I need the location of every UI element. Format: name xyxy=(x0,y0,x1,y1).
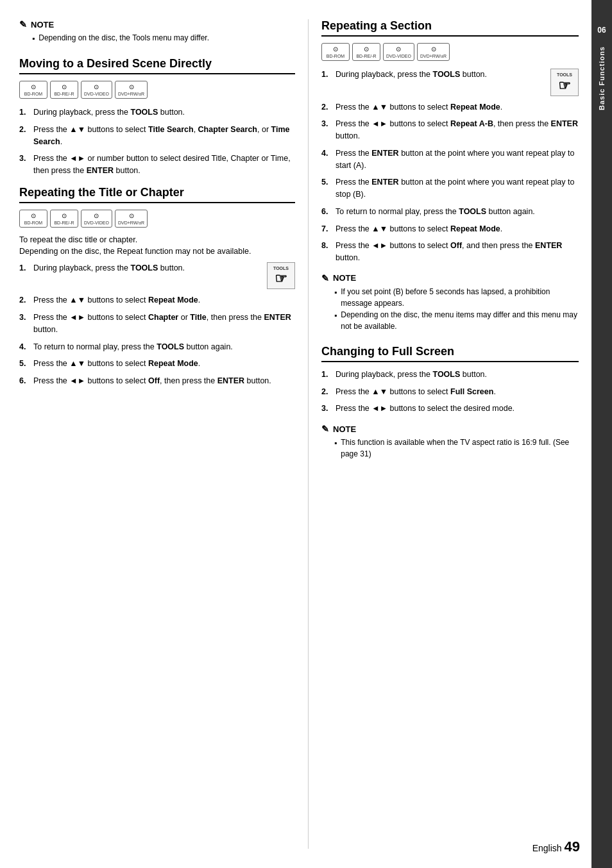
note-item-4-1: ▪ This function is available when the TV… xyxy=(334,437,579,460)
page-footer: English 49 xyxy=(532,839,580,855)
badge-bd-re-2: ⊙ BD-RE/-R xyxy=(50,210,78,228)
note-text-4-1: This function is available when the TV a… xyxy=(341,437,579,460)
section-moving-title: Moving to a Desired Scene Directly xyxy=(19,57,295,74)
badge-dvdrw-2: ⊙ DVD+RW/±R xyxy=(115,210,148,228)
note-icon-4: ✎ xyxy=(321,424,329,434)
badge-dvdrw-3: ⊙ DVD+RW/±R xyxy=(417,43,450,61)
badge-dvd-video-1: ⊙ DVD-VIDEO xyxy=(81,81,112,99)
step-fs-3: 3. Press the ◄► buttons to select the de… xyxy=(321,403,579,415)
step-rs-4: 4. Press the ENTER button at the point w… xyxy=(321,147,579,172)
section-repeating-section-title: Repeating a Section xyxy=(321,19,579,37)
step-repeating-2: 2. Press the ▲▼ buttons to select Repeat… xyxy=(19,294,295,306)
step-moving-1: 1. During playback, press the TOOLS butt… xyxy=(19,106,295,119)
section-repeating-title: Repeating the Title or Chapter ⊙ BD-ROM … xyxy=(19,186,295,387)
badge-bd-re-1: ⊙ BD-RE/-R xyxy=(50,81,78,99)
note-icon-3: ✎ xyxy=(321,273,329,283)
note-section-3: ✎ NOTE ▪ If you set point (B) before 5 s… xyxy=(321,273,579,332)
disc-badges-section2: ⊙ BD-ROM ⊙ BD-RE/-R ⊙ DVD-VIDEO ⊙ DVD+RW… xyxy=(19,210,295,228)
tools-button-img-2: TOOLS ☞ xyxy=(267,262,295,290)
section-full-screen-title: Changing to Full Screen xyxy=(321,345,579,362)
step-moving-2: 2. Press the ▲▼ buttons to select Title … xyxy=(19,124,295,148)
note-label-4: NOTE xyxy=(333,424,356,434)
bullet-3-1: ▪ xyxy=(334,287,337,298)
step-repeating-4: 4. To return to normal play, press the T… xyxy=(19,341,295,353)
note-item-1: ▪ Depending on the disc, the Tools menu … xyxy=(32,32,295,44)
page-language: English xyxy=(532,843,562,853)
bullet-3-2: ▪ xyxy=(334,310,337,321)
step-rs-5: 5. Press the ENTER button at the point w… xyxy=(321,176,579,201)
left-column: ✎ NOTE ▪ Depending on the disc, the Tool… xyxy=(19,19,295,849)
tools-button-img-3: TOOLS ☞ xyxy=(550,69,579,96)
section-repeating-title-heading: Repeating the Title or Chapter xyxy=(19,186,295,203)
step-repeating-1: 1. During playback, press the TOOLS butt… xyxy=(19,262,295,290)
note-item-3-2: ▪ Depending on the disc, the menu items … xyxy=(334,309,579,332)
step-repeating-6: 6. Press the ◄► buttons to select Off, t… xyxy=(19,375,295,387)
step-fs-2: 2. Press the ▲▼ buttons to select Full S… xyxy=(321,386,579,398)
step-repeating-3: 3. Press the ◄► buttons to select Chapte… xyxy=(19,312,295,336)
sidebar-chapter-tab: 06 Basic Functions xyxy=(591,0,612,868)
step-rs-1: 1. During playback, press the TOOLS butt… xyxy=(321,69,579,96)
bullet-icon: ▪ xyxy=(32,33,35,44)
steps-full-screen: 1. During playback, press the TOOLS butt… xyxy=(321,369,579,415)
chapter-label: Basic Functions xyxy=(598,46,606,110)
page-number: 49 xyxy=(565,839,580,855)
page-container: ✎ NOTE ▪ Depending on the disc, the Tool… xyxy=(0,0,612,868)
note-section-4: ✎ NOTE ▪ This function is available when… xyxy=(321,424,579,460)
step-moving-3: 3. Press the ◄► or number button to sele… xyxy=(19,153,295,177)
note-label-3: NOTE xyxy=(333,273,356,283)
note-header-3: ✎ NOTE xyxy=(321,273,579,283)
note-text-1: Depending on the disc, the Tools menu ma… xyxy=(38,32,209,44)
badge-bd-rom-1: ⊙ BD-ROM xyxy=(19,81,47,99)
section-repeating-section: Repeating a Section ⊙ BD-ROM ⊙ BD-RE/-R … xyxy=(321,19,579,332)
main-content: ✎ NOTE ▪ Depending on the disc, the Tool… xyxy=(0,0,591,868)
disc-badges-section1: ⊙ BD-ROM ⊙ BD-RE/-R ⊙ DVD-VIDEO ⊙ DVD+RW… xyxy=(19,81,295,99)
disc-badges-section3: ⊙ BD-ROM ⊙ BD-RE/-R ⊙ DVD-VIDEO ⊙ DVD+RW… xyxy=(321,43,579,61)
step-rs-3: 3. Press the ◄► buttons to select Repeat… xyxy=(321,118,579,142)
bullet-4-1: ▪ xyxy=(334,437,337,449)
badge-bd-re-3: ⊙ BD-RE/-R xyxy=(352,43,380,61)
note-text-3-1: If you set point (B) before 5 seconds ha… xyxy=(341,286,579,309)
badge-bd-rom-3: ⊙ BD-ROM xyxy=(321,43,350,61)
right-column: Repeating a Section ⊙ BD-ROM ⊙ BD-RE/-R … xyxy=(308,19,579,849)
section-moving: Moving to a Desired Scene Directly ⊙ BD-… xyxy=(19,57,295,177)
note-item-3-1: ▪ If you set point (B) before 5 seconds … xyxy=(334,286,579,309)
step-rs-2: 2. Press the ▲▼ buttons to select Repeat… xyxy=(321,101,579,113)
step-rs-6: 6. To return to normal play, press the T… xyxy=(321,206,579,218)
section2-intro-2: Depending on the disc, the Repeat functi… xyxy=(19,247,295,256)
step-repeating-5: 5. Press the ▲▼ buttons to select Repeat… xyxy=(19,358,295,370)
note-icon: ✎ xyxy=(19,19,27,29)
badge-dvd-video-2: ⊙ DVD-VIDEO xyxy=(81,210,112,228)
badge-bd-rom-2: ⊙ BD-ROM xyxy=(19,210,47,228)
note-label: NOTE xyxy=(31,20,54,29)
badge-dvd-video-3: ⊙ DVD-VIDEO xyxy=(383,43,414,61)
steps-repeating-section: 1. During playback, press the TOOLS butt… xyxy=(321,69,579,264)
note-header: ✎ NOTE xyxy=(19,19,295,29)
chapter-number: 06 xyxy=(597,26,606,35)
note-section-top: ✎ NOTE ▪ Depending on the disc, the Tool… xyxy=(19,19,295,44)
section-full-screen: Changing to Full Screen 1. During playba… xyxy=(321,345,579,460)
step-rs-7: 7. Press the ▲▼ buttons to select Repeat… xyxy=(321,223,579,235)
note-text-3-2: Depending on the disc, the menu items ma… xyxy=(341,309,579,332)
steps-moving: 1. During playback, press the TOOLS butt… xyxy=(19,106,295,177)
step-fs-1: 1. During playback, press the TOOLS butt… xyxy=(321,369,579,381)
note-header-4: ✎ NOTE xyxy=(321,424,579,434)
steps-repeating: 1. During playback, press the TOOLS butt… xyxy=(19,262,295,387)
badge-dvdrw-1: ⊙ DVD+RW/±R xyxy=(115,81,148,99)
step-rs-8: 8. Press the ◄► buttons to select Off, a… xyxy=(321,240,579,264)
section2-intro-1: To repeat the disc title or chapter. xyxy=(19,235,295,244)
